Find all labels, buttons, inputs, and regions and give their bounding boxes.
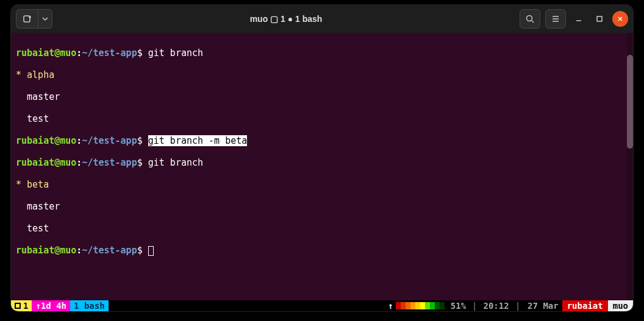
charging-arrow-icon: ↑ bbox=[388, 300, 393, 311]
highlighted-command: git branch -m beta bbox=[148, 135, 248, 146]
prompt-line: rubaiat@muo:~/test-app$ git branch bbox=[16, 48, 628, 58]
status-left: 1 ↑ 1d 4h 1 bash bbox=[11, 300, 109, 311]
search-icon bbox=[525, 14, 535, 24]
status-uptime: ↑ 1d 4h bbox=[32, 300, 70, 311]
current-branch: alpha bbox=[21, 69, 54, 80]
output-line: * alpha bbox=[16, 69, 628, 80]
status-spacer bbox=[109, 300, 385, 311]
svg-line-4 bbox=[532, 21, 534, 23]
close-button[interactable] bbox=[612, 11, 628, 27]
maximize-button[interactable] bbox=[592, 11, 607, 27]
prompt-line: rubaiat@muo:~/test-app$ bbox=[16, 245, 628, 256]
battery-bar bbox=[396, 302, 445, 309]
command-text: git branch bbox=[148, 157, 203, 168]
current-branch: beta bbox=[21, 179, 49, 190]
command-text: git branch bbox=[148, 48, 203, 58]
scrollbar-thumb[interactable] bbox=[627, 55, 633, 149]
new-tab-icon bbox=[23, 14, 32, 24]
new-tab-button[interactable] bbox=[16, 9, 38, 29]
prompt-user: rubaiat bbox=[16, 48, 54, 58]
uptime-arrow-icon: ↑ bbox=[35, 300, 40, 311]
cursor bbox=[148, 246, 154, 256]
minimize-button[interactable] bbox=[571, 11, 587, 27]
battery-percent: 51% bbox=[448, 300, 468, 311]
output-line: master bbox=[16, 201, 628, 212]
maximize-icon bbox=[596, 15, 603, 23]
status-host: muo bbox=[608, 300, 633, 311]
titlebar-left-controls bbox=[16, 9, 52, 29]
status-right: ↑ 51% | 20:12 | 27 Mar rubaiat muo bbox=[384, 300, 633, 311]
terminal-window: muo ▢ 1 ● 1 bash rubaiat@muo:~/test-app$… bbox=[11, 5, 633, 311]
terminal-output[interactable]: rubaiat@muo:~/test-app$ git branch * alp… bbox=[11, 33, 633, 300]
minimize-icon bbox=[575, 15, 582, 23]
tmux-statusbar: 1 ↑ 1d 4h 1 bash ↑ 51% | 20:12 | 27 Mar … bbox=[11, 300, 633, 311]
prompt-host: muo bbox=[60, 48, 76, 58]
hamburger-icon bbox=[551, 14, 560, 24]
svg-point-3 bbox=[527, 16, 532, 21]
status-battery: ↑ bbox=[384, 300, 448, 311]
output-line: master bbox=[16, 91, 628, 102]
search-button[interactable] bbox=[520, 9, 540, 29]
prompt-line: rubaiat@muo:~/test-app$ git branch -m be… bbox=[16, 135, 628, 146]
prompt-path: ~/test-app bbox=[82, 48, 137, 58]
scrollbar[interactable] bbox=[627, 33, 633, 300]
close-icon bbox=[617, 15, 624, 23]
session-icon bbox=[15, 303, 21, 309]
menu-button[interactable] bbox=[545, 9, 566, 29]
status-time: 20:12 bbox=[481, 300, 512, 311]
tab-dropdown-button[interactable] bbox=[38, 9, 52, 29]
prompt-line: rubaiat@muo:~/test-app$ git branch bbox=[16, 157, 628, 168]
chevron-down-icon bbox=[42, 16, 48, 22]
status-user: rubaiat bbox=[562, 300, 608, 311]
status-date: 27 Mar bbox=[524, 300, 562, 311]
titlebar-right-controls bbox=[520, 9, 628, 29]
svg-rect-9 bbox=[597, 16, 602, 21]
status-session[interactable]: 1 bbox=[11, 300, 32, 311]
status-window-tab[interactable]: 1 bash bbox=[70, 300, 109, 311]
output-line: test bbox=[16, 223, 628, 234]
output-line: * beta bbox=[16, 179, 628, 190]
window-title: muo ▢ 1 ● 1 bash bbox=[52, 14, 520, 24]
output-line: test bbox=[16, 113, 628, 124]
titlebar: muo ▢ 1 ● 1 bash bbox=[11, 5, 633, 33]
